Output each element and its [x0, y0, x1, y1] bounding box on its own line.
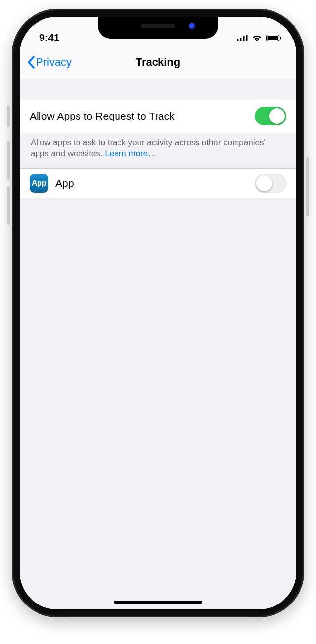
mute-switch — [7, 106, 10, 127]
speaker-grille — [141, 24, 175, 28]
chevron-left-icon — [27, 56, 35, 69]
nav-bar: Privacy Tracking — [20, 46, 296, 78]
volume-down-button — [7, 187, 10, 225]
allow-tracking-toggle[interactable] — [255, 107, 286, 125]
front-camera — [189, 23, 196, 30]
wifi-icon — [252, 35, 262, 42]
status-icons — [237, 34, 281, 42]
learn-more-link[interactable]: Learn more… — [105, 149, 156, 158]
screen: 9:41 — [20, 17, 296, 609]
app-icon: App — [30, 174, 48, 193]
app-icon-text: App — [32, 179, 47, 188]
svg-rect-0 — [237, 39, 239, 41]
power-button — [306, 157, 309, 216]
app-tracking-toggle[interactable] — [255, 174, 286, 193]
allow-tracking-cell: Allow Apps to Request to Track — [20, 100, 296, 132]
svg-rect-5 — [268, 36, 278, 40]
status-time: 9:41 — [40, 32, 59, 43]
back-label: Privacy — [36, 56, 72, 69]
svg-rect-2 — [243, 36, 245, 41]
section-spacer — [20, 78, 296, 100]
svg-rect-3 — [246, 35, 248, 41]
settings-list: Allow Apps to Request to Track Allow app… — [20, 78, 296, 609]
toggle-knob — [256, 175, 272, 191]
notch — [98, 17, 218, 39]
cellular-icon — [237, 35, 248, 41]
home-indicator[interactable] — [114, 601, 202, 604]
app-tracking-row: App App — [20, 168, 296, 198]
page-title: Tracking — [136, 56, 180, 69]
content-area: 9:41 — [20, 17, 296, 609]
toggle-knob — [269, 108, 285, 124]
tracking-footer: Allow apps to ask to track your activity… — [20, 132, 296, 168]
svg-rect-1 — [240, 38, 242, 41]
phone-frame: 9:41 — [12, 9, 304, 617]
app-name-label: App — [55, 177, 248, 189]
volume-up-button — [7, 141, 10, 180]
allow-tracking-label: Allow Apps to Request to Track — [30, 110, 248, 122]
back-button[interactable]: Privacy — [27, 46, 72, 78]
battery-icon — [266, 35, 281, 41]
svg-rect-6 — [280, 37, 281, 40]
